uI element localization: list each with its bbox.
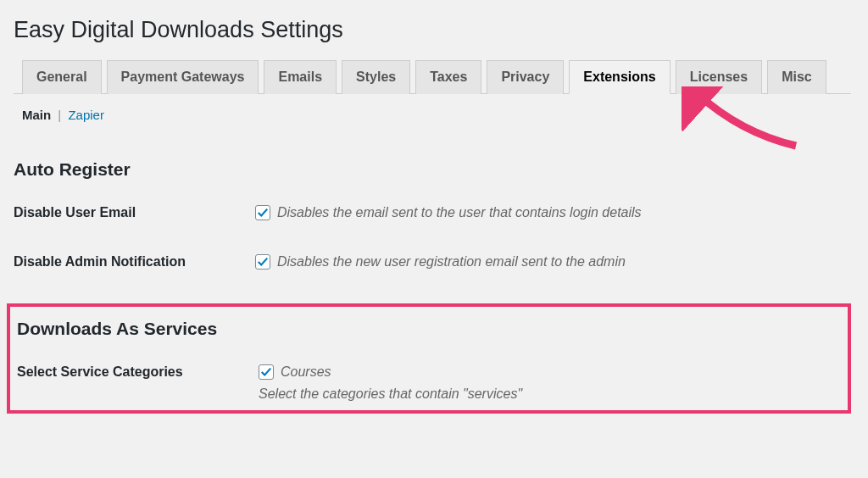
checkbox-courses[interactable] <box>259 364 274 380</box>
page-title: Easy Digital Downloads Settings <box>14 17 851 43</box>
tab-taxes[interactable]: Taxes <box>415 60 481 94</box>
section-auto-register: Auto Register Disable User Email Disable… <box>14 159 851 270</box>
subtab-main[interactable]: Main <box>22 108 51 122</box>
tab-styles[interactable]: Styles <box>342 60 410 94</box>
section-title-downloads-as-services: Downloads As Services <box>17 319 836 339</box>
setting-description: Disables the email sent to the user that… <box>277 205 642 220</box>
help-text: Select the categories that contain "serv… <box>259 386 836 402</box>
setting-disable-admin-notification: Disable Admin Notification Disables the … <box>14 254 851 270</box>
check-icon <box>257 256 269 268</box>
setting-select-service-categories: Select Service Categories Courses Select… <box>17 364 836 402</box>
tab-general[interactable]: General <box>22 60 102 94</box>
tab-extensions[interactable]: Extensions <box>569 60 670 94</box>
subtab-separator: | <box>58 108 61 122</box>
setting-label: Select Service Categories <box>17 364 259 380</box>
subtab-zapier[interactable]: Zapier <box>68 108 104 122</box>
section-title-auto-register: Auto Register <box>14 159 851 180</box>
tab-payment-gateways[interactable]: Payment Gateways <box>107 60 259 94</box>
tab-licenses[interactable]: Licenses <box>676 60 762 94</box>
setting-disable-user-email: Disable User Email Disables the email se… <box>14 205 851 220</box>
checkbox-disable-admin-notification[interactable] <box>255 254 270 270</box>
highlight-downloads-as-services: Downloads As Services Select Service Cat… <box>7 303 851 414</box>
check-icon <box>260 366 272 378</box>
tab-privacy[interactable]: Privacy <box>487 60 564 94</box>
setting-description: Disables the new user registration email… <box>277 254 626 270</box>
tab-misc[interactable]: Misc <box>767 60 826 94</box>
subtabs: Main | Zapier <box>14 104 851 139</box>
check-icon <box>257 207 269 219</box>
setting-label: Disable User Email <box>14 205 255 220</box>
tab-emails[interactable]: Emails <box>264 60 337 94</box>
option-label-courses: Courses <box>281 364 331 380</box>
checkbox-disable-user-email[interactable] <box>255 205 270 220</box>
setting-label: Disable Admin Notification <box>14 254 255 270</box>
settings-tabs: General Payment Gateways Emails Styles T… <box>14 60 851 94</box>
